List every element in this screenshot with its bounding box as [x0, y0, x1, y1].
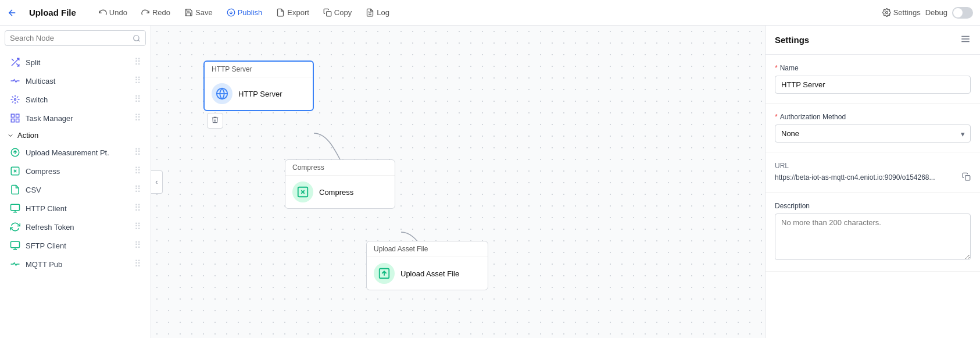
sidebar-item-multicast[interactable]: Multicast ⠿: [0, 72, 151, 90]
export-button[interactable]: Export: [270, 5, 315, 20]
auth-select-wrap: None Basic Auth Bearer Token API Key ▾: [775, 124, 971, 143]
upload-asset-node[interactable]: Upload Asset File Upload Asset File: [366, 241, 488, 290]
http-server-node-name: HTTP Server: [238, 90, 282, 98]
name-label: * Name: [775, 64, 971, 72]
sidebar-item-sftp-client[interactable]: SFTP Client ⠿: [0, 236, 151, 255]
right-panel: Settings * Name * Authorization Method N…: [765, 26, 980, 338]
sidebar-item-mqtt-pub[interactable]: MQTT Pub ⠿: [0, 255, 151, 273]
sidebar-item-split[interactable]: Split ⠿: [0, 53, 151, 72]
svg-rect-8: [16, 114, 19, 117]
svg-rect-13: [11, 204, 20, 211]
main-area: Split ⠿ Multicast ⠿ Switch ⠿: [0, 26, 980, 338]
sidebar-item-csv[interactable]: CSV ⠿: [0, 180, 151, 199]
url-section: URL https://beta-iot-as-mqtt-cn4.eniot.i…: [766, 152, 980, 193]
compress-drag-handle[interactable]: ⠿: [134, 166, 141, 176]
upload-measurement-drag-handle[interactable]: ⠿: [134, 148, 141, 157]
name-input[interactable]: [775, 76, 971, 94]
search-icon: [133, 34, 141, 42]
refresh-token-icon: [9, 221, 21, 233]
copy-url-button[interactable]: [962, 172, 971, 183]
http-server-node-icon: [212, 83, 233, 104]
compress-label: Compress: [26, 167, 130, 176]
mqtt-pub-label: MQTT Pub: [26, 260, 130, 269]
svg-rect-0: [326, 12, 331, 16]
split-label: Split: [26, 58, 130, 67]
compress-node-header: Compress: [285, 160, 395, 176]
compress-node[interactable]: Compress Compress: [285, 159, 395, 209]
svg-point-4: [134, 35, 139, 40]
sidebar-item-task-manager[interactable]: Task Manager ⠿: [0, 109, 151, 127]
name-section: * Name: [766, 55, 980, 104]
switch-drag-handle[interactable]: ⠿: [134, 95, 141, 104]
delete-http-server-button[interactable]: [207, 113, 223, 129]
http-server-node-header: HTTP Server: [205, 62, 313, 77]
compress-icon: [9, 165, 21, 177]
back-button[interactable]: [7, 8, 17, 18]
desc-textarea[interactable]: [775, 214, 971, 260]
compress-node-icon: [292, 182, 313, 202]
svg-point-6: [15, 99, 16, 101]
sftp-client-label: SFTP Client: [26, 241, 130, 250]
log-button[interactable]: Log: [360, 5, 395, 20]
sidebar-item-http-client[interactable]: HTTP Client ⠿: [0, 199, 151, 218]
http-client-label: HTTP Client: [26, 204, 130, 213]
debug-toggle[interactable]: [952, 7, 973, 19]
sidebar: Split ⠿ Multicast ⠿ Switch ⠿: [0, 26, 151, 338]
right-panel-title: Settings: [775, 35, 809, 45]
multicast-drag-handle[interactable]: ⠿: [134, 76, 141, 86]
undo-button[interactable]: Undo: [92, 5, 133, 20]
auth-select[interactable]: None Basic Auth Bearer Token API Key: [775, 124, 971, 143]
copy-button[interactable]: Copy: [317, 5, 357, 20]
chevron-down-icon: [7, 132, 14, 139]
upload-asset-node-body: Upload Asset File: [367, 257, 488, 290]
split-drag-handle[interactable]: ⠿: [134, 58, 141, 67]
mqtt-pub-drag-handle[interactable]: ⠿: [134, 259, 141, 269]
search-input[interactable]: [10, 34, 129, 42]
auth-section: * Authorization Method None Basic Auth B…: [766, 104, 980, 152]
sftp-client-icon: [9, 240, 21, 251]
svg-line-5: [138, 40, 140, 41]
sidebar-item-upload-measurement[interactable]: Upload Measurement Pt. ⠿: [0, 143, 151, 162]
redo-button[interactable]: Redo: [135, 5, 176, 20]
svg-point-3: [885, 12, 888, 14]
upload-asset-node-icon: [374, 263, 395, 284]
http-client-drag-handle[interactable]: ⠿: [134, 204, 141, 213]
sftp-client-drag-handle[interactable]: ⠿: [134, 241, 141, 250]
url-row: https://beta-iot-as-mqtt-cn4.eniot.io:90…: [775, 172, 971, 183]
svg-rect-14: [11, 241, 20, 248]
compress-node-name: Compress: [319, 188, 353, 197]
canvas[interactable]: ‹ HTTP Server HTTP Server: [151, 26, 765, 338]
compress-node-body: Compress: [285, 176, 395, 208]
svg-rect-9: [11, 119, 14, 122]
csv-label: CSV: [26, 186, 130, 194]
desc-section: Description: [766, 193, 980, 272]
switch-icon: [9, 94, 21, 105]
collapse-sidebar-button[interactable]: ‹: [151, 170, 163, 194]
settings-button[interactable]: Settings: [882, 8, 921, 17]
http-server-node[interactable]: HTTP Server HTTP Server: [203, 61, 314, 111]
panel-menu-icon[interactable]: [960, 34, 971, 46]
toolbar-right: Settings Debug: [882, 7, 973, 19]
publish-button[interactable]: Publish: [221, 5, 269, 20]
svg-rect-10: [16, 119, 19, 122]
refresh-token-drag-handle[interactable]: ⠿: [134, 222, 141, 232]
upload-asset-node-header: Upload Asset File: [367, 241, 488, 257]
save-button[interactable]: Save: [178, 5, 219, 20]
csv-drag-handle[interactable]: ⠿: [134, 185, 141, 194]
upload-measurement-icon: [9, 147, 21, 158]
svg-rect-7: [11, 114, 14, 117]
task-manager-drag-handle[interactable]: ⠿: [134, 113, 141, 123]
sidebar-item-compress[interactable]: Compress ⠿: [0, 162, 151, 180]
sidebar-item-switch[interactable]: Switch ⠿: [0, 90, 151, 109]
csv-icon: [9, 184, 21, 195]
toolbar: Upload File Undo Redo Save Publish Expor…: [0, 0, 980, 26]
action-label: Action: [17, 131, 38, 140]
mqtt-pub-icon: [9, 258, 21, 270]
task-manager-label: Task Manager: [26, 114, 130, 123]
page-title: Upload File: [29, 8, 76, 17]
sidebar-item-refresh-token[interactable]: Refresh Token ⠿: [0, 218, 151, 236]
refresh-token-label: Refresh Token: [26, 223, 130, 232]
action-section[interactable]: Action: [0, 127, 151, 143]
svg-rect-22: [965, 176, 970, 180]
multicast-icon: [9, 75, 21, 87]
